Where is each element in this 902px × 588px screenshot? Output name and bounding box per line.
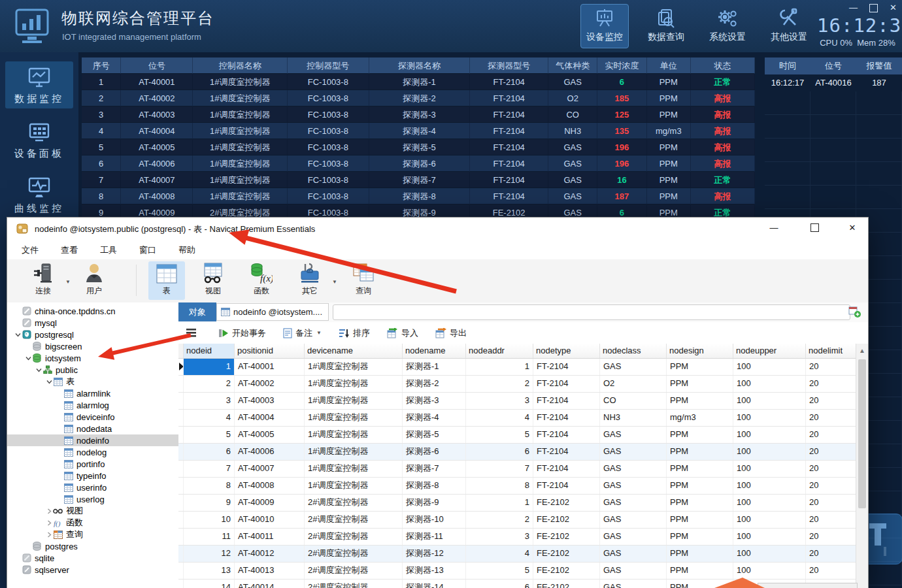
monitor-table-row[interactable]: 7AT-400071#调度室控制器FC-1003-8探测器-7FT-2104GA… bbox=[82, 172, 755, 188]
app-minimize-button[interactable]: — bbox=[849, 3, 858, 12]
grid-cell[interactable]: AT-40001 bbox=[235, 359, 305, 375]
grid-cell[interactable]: 8 bbox=[184, 478, 235, 494]
grid-cell[interactable]: 2 bbox=[466, 512, 533, 528]
grid-cell[interactable]: 20 bbox=[806, 478, 856, 494]
tree-item-alarmlink[interactable]: alarmlink bbox=[7, 387, 178, 399]
grid-cell[interactable]: FT-2104 bbox=[533, 410, 600, 426]
grid-cell[interactable]: 20 bbox=[806, 529, 856, 545]
grid-col-header-nodeupper[interactable]: nodeupper bbox=[733, 344, 806, 358]
grid-row[interactable]: 10AT-400102#调度室控制器探测器-102FE-2102GASPPM10… bbox=[178, 512, 856, 529]
grid-cell[interactable]: AT-40004 bbox=[235, 410, 305, 426]
grid-cell[interactable]: PPM bbox=[667, 376, 733, 392]
grid-cell[interactable]: 100 bbox=[733, 478, 806, 494]
tree-item-public[interactable]: public bbox=[7, 364, 178, 376]
grid-toolbar-排序[interactable]: 排序 bbox=[339, 327, 370, 339]
grid-cell[interactable]: PPM bbox=[667, 359, 733, 375]
nav-item-其他设置[interactable]: 其他设置 bbox=[765, 4, 813, 48]
grid-cell[interactable]: 2#调度室控制器 bbox=[305, 495, 403, 511]
monitor-table-row[interactable]: 4AT-400041#调度室控制器FC-1003-8探测器-4FT-2104NH… bbox=[82, 123, 755, 139]
grid-cell[interactable]: 1 bbox=[466, 495, 533, 511]
toolbar-连接[interactable]: 连接 bbox=[25, 261, 61, 300]
tree-item-deviceinfo[interactable]: deviceinfo bbox=[7, 411, 178, 423]
grid-cell[interactable]: 20 bbox=[806, 359, 856, 375]
tree-item-视图[interactable]: 视图 bbox=[7, 505, 178, 517]
tree-item-mysql[interactable]: mysql bbox=[7, 317, 178, 329]
tree-item-查询[interactable]: 查询 bbox=[7, 529, 178, 540]
scrollbar-thumb[interactable] bbox=[858, 359, 866, 508]
grid-cell[interactable]: 1#调度室控制器 bbox=[305, 444, 403, 460]
grid-cell[interactable]: 20 bbox=[806, 495, 856, 511]
grid-cell[interactable]: FE-2102 bbox=[533, 563, 600, 579]
grid-menu-icon[interactable] bbox=[186, 329, 196, 337]
monitor-table-row[interactable]: 1AT-400011#调度室控制器FC-1003-8探测器-1FT-2104GA… bbox=[82, 74, 755, 90]
grid-toolbar-导入[interactable]: 导入 bbox=[387, 327, 418, 339]
grid-cell[interactable]: 100 bbox=[733, 444, 806, 460]
nav-item-设备监控[interactable]: 设备监控 bbox=[580, 4, 629, 48]
grid-cell[interactable]: 探测器-8 bbox=[403, 478, 466, 494]
grid-row[interactable]: 9AT-400092#调度室控制器探测器-91FE-2102GASPPM1002… bbox=[178, 495, 856, 512]
grid-row[interactable]: 6AT-400061#调度室控制器探测器-66FT-2104GASPPM1002… bbox=[178, 444, 856, 461]
grid-cell[interactable]: 探测器-12 bbox=[403, 546, 466, 562]
grid-cell[interactable]: AT-40014 bbox=[235, 580, 305, 588]
grid-cell[interactable]: 100 bbox=[733, 546, 806, 562]
grid-row[interactable]: 3AT-400031#调度室控制器探测器-33FT-2104COPPM10020 bbox=[178, 393, 856, 410]
grid-cell[interactable]: 3 bbox=[466, 393, 533, 409]
tree-item-iotsystem[interactable]: iotsystem bbox=[7, 352, 178, 364]
grid-row[interactable]: 13AT-400132#调度室控制器探测器-135FE-2102GASPPM10… bbox=[178, 563, 856, 580]
grid-cell[interactable]: 100 bbox=[733, 512, 806, 528]
grid-cell[interactable]: 11 bbox=[184, 529, 235, 545]
grid-cell[interactable]: AT-40011 bbox=[235, 529, 305, 545]
grid-cell[interactable]: PPM bbox=[667, 427, 733, 443]
grid-col-header-nodename[interactable]: nodename bbox=[403, 344, 466, 358]
grid-cell[interactable]: 探测器-11 bbox=[403, 529, 466, 545]
grid-cell[interactable]: 6 bbox=[184, 444, 235, 460]
tree-item-userinfo[interactable]: userinfo bbox=[7, 482, 178, 493]
grid-cell[interactable]: 14 bbox=[184, 580, 235, 588]
grid-col-header-nodetype[interactable]: nodetype bbox=[533, 344, 600, 358]
grid-cell[interactable]: PPM bbox=[667, 478, 733, 494]
grid-cell[interactable]: AT-40007 bbox=[235, 461, 305, 477]
grid-cell[interactable]: 20 bbox=[806, 393, 856, 409]
tree-item-sqlserver[interactable]: sqlserver bbox=[7, 564, 178, 576]
grid-cell[interactable]: 7 bbox=[184, 461, 235, 477]
grid-toolbar-导出[interactable]: 导出 bbox=[435, 327, 467, 339]
expand-open-icon[interactable] bbox=[14, 333, 22, 337]
grid-cell[interactable]: 6 bbox=[466, 444, 533, 460]
grid-col-header-devicename[interactable]: devicename bbox=[305, 344, 403, 358]
grid-col-header-nodeaddr[interactable]: nodeaddr bbox=[466, 344, 533, 358]
grid-cell[interactable]: FE-2102 bbox=[533, 546, 600, 562]
grid-row[interactable]: 7AT-400071#调度室控制器探测器-77FT-2104GASPPM1002… bbox=[178, 461, 856, 478]
grid-row[interactable]: 14AT-400142#调度室控制器探测器-146FE-2102GASPPM10… bbox=[178, 580, 856, 588]
sidebar-item-数据监控[interactable]: 数据监控 bbox=[5, 61, 73, 108]
grid-row[interactable]: 4AT-400041#调度室控制器探测器-44FT-2104NH3mg/m310… bbox=[178, 410, 856, 427]
grid-cell[interactable]: FT-2104 bbox=[533, 393, 600, 409]
grid-cell[interactable]: 1 bbox=[184, 359, 235, 375]
toolbar-其它[interactable]: 其它 bbox=[292, 261, 328, 300]
tree-item-postgresql[interactable]: postgresql bbox=[7, 329, 178, 340]
grid-cell[interactable]: 20 bbox=[806, 461, 856, 477]
tree-item-postgres[interactable]: postgres bbox=[7, 540, 178, 552]
grid-cell[interactable]: 2#调度室控制器 bbox=[305, 512, 403, 528]
tree-item-china-once.tpddns.cn[interactable]: china-once.tpddns.cn bbox=[7, 305, 178, 317]
grid-cell[interactable]: AT-40006 bbox=[235, 444, 305, 460]
grid-cell[interactable]: GAS bbox=[600, 444, 667, 460]
grid-cell[interactable]: 20 bbox=[806, 444, 856, 460]
tree-item-typeinfo[interactable]: typeinfo bbox=[7, 470, 178, 482]
grid-cell[interactable]: 3 bbox=[466, 529, 533, 545]
dropdown-caret-icon[interactable]: ▼ bbox=[65, 279, 71, 285]
grid-cell[interactable]: 20 bbox=[806, 546, 856, 562]
grid-cell[interactable]: mg/m3 bbox=[667, 410, 733, 426]
grid-cell[interactable]: 100 bbox=[733, 393, 806, 409]
expand-open-icon[interactable] bbox=[45, 380, 53, 384]
grid-row[interactable]: 5AT-400051#调度室控制器探测器-55FT-2104GASPPM1002… bbox=[178, 427, 856, 444]
grid-cell[interactable]: 1#调度室控制器 bbox=[305, 410, 403, 426]
grid-cell[interactable]: PPM bbox=[667, 495, 733, 511]
tree-item-表[interactable]: 表 bbox=[7, 376, 178, 387]
grid-cell[interactable]: FE-2102 bbox=[533, 580, 600, 588]
grid-cell[interactable]: 探测器-4 bbox=[403, 410, 466, 426]
grid-cell[interactable]: 2#调度室控制器 bbox=[305, 529, 403, 545]
toolbar-视图[interactable]: 视图 bbox=[195, 261, 231, 300]
grid-cell[interactable]: 4 bbox=[466, 410, 533, 426]
expand-open-icon[interactable] bbox=[35, 368, 42, 372]
grid-cell[interactable]: 100 bbox=[733, 461, 806, 477]
